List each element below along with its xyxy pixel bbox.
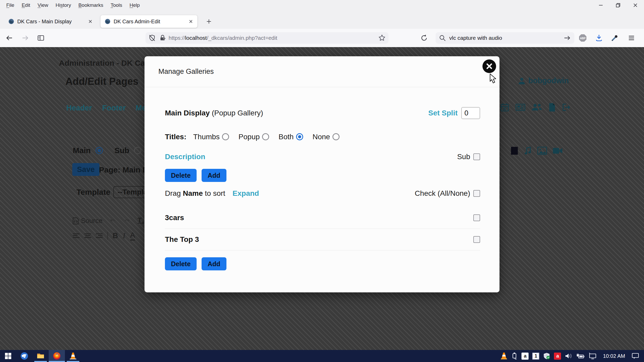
start-button[interactable] [0,350,16,362]
font-color-icon[interactable]: A [130,231,135,241]
radio-none[interactable] [332,133,340,140]
vlc-taskbar-icon[interactable] [65,350,81,362]
delete-button-top[interactable]: Delete [165,169,197,182]
radio-sub[interactable] [134,147,141,154]
redo-icon[interactable] [123,218,131,224]
description-link[interactable]: Description [165,153,205,161]
bookmark-star-icon[interactable] [378,34,386,42]
file-icon[interactable] [548,103,556,112]
gallery-name[interactable]: 3cars [165,214,184,222]
manage-galleries-dialog: Manage Galleries Main Display (Popup Gal… [145,56,499,292]
sign-out-icon[interactable] [562,103,572,112]
back-icon[interactable] [4,32,15,44]
align-left-icon[interactable] [73,232,80,239]
link-footer[interactable]: Footer [102,104,126,112]
music-icon[interactable] [524,146,532,155]
set-split-input[interactable] [461,107,480,119]
link-header[interactable]: Header [66,104,92,112]
tab-main-display[interactable]: DK Cars - Main Display [4,15,97,28]
thunderbird-taskbar-icon[interactable] [16,350,32,362]
tracking-protection-off-icon[interactable] [148,34,156,42]
add-button-bottom[interactable]: Add [202,257,226,270]
menu-help[interactable]: Help [126,1,143,10]
news-icon[interactable] [515,103,526,112]
gallery-checkbox[interactable] [473,236,480,243]
notification-center-icon[interactable] [631,352,639,360]
set-split-link[interactable]: Set Split [428,109,458,117]
search-go-icon[interactable] [563,34,571,42]
menu-view[interactable]: View [34,1,52,10]
eraser-extension-icon[interactable] [405,34,410,42]
sidebar-toggle-icon[interactable] [35,32,47,44]
downloads-icon[interactable] [593,32,605,44]
vlc-tray-icon[interactable] [501,352,507,360]
logged-in-user[interactable]: bobgodwin [518,76,569,85]
tab-admin-edit[interactable]: DK Cars Admin-Edit [101,15,197,28]
adblock-plus-icon[interactable]: ABP [577,32,589,44]
tab-close-icon[interactable] [188,19,193,24]
gallery-row-the-top-3[interactable]: The Top 3 [165,229,480,250]
file-explorer-taskbar-icon[interactable] [32,350,49,362]
eyedropper-icon[interactable] [609,32,620,44]
url-bar[interactable]: https://localhost/_dkcars/admin.php?act=… [146,32,388,44]
menu-bar: File Edit View History Bookmarks Tools H… [0,0,644,10]
align-center-icon[interactable] [84,232,91,239]
check-all-checkbox[interactable] [473,190,480,197]
new-tab-icon[interactable] [204,17,214,26]
calendar-icon[interactable] [500,103,509,112]
gallery-checkbox[interactable] [473,214,480,221]
a-tray-icon[interactable]: a [521,353,529,360]
dialog-title: Manage Galleries [158,68,214,76]
tab-close-icon[interactable] [88,19,93,24]
close-window-icon[interactable] [627,0,644,10]
expand-link[interactable]: Expand [232,189,259,197]
add-button-top[interactable]: Add [202,169,226,182]
bold-icon[interactable]: B [113,231,118,240]
radio-label-thumbs: Thumbs [193,133,220,141]
one-tray-icon[interactable]: 1 [532,353,539,360]
video-icon[interactable] [552,147,563,155]
tab-title: DK Cars - Main Display [17,19,85,25]
delete-button-bottom[interactable]: Delete [165,257,197,270]
sub-checkbox[interactable] [473,153,480,160]
undo-icon[interactable] [109,218,116,224]
radio-popup[interactable] [262,133,269,140]
firefox-taskbar-icon[interactable] [49,350,65,362]
radio-both[interactable] [296,133,303,140]
restore-icon[interactable] [609,0,627,10]
volume-icon[interactable] [565,352,573,360]
align-right-icon[interactable] [96,232,103,239]
defender-icon[interactable] [543,352,550,360]
remove-format-icon[interactable]: Tx [137,216,144,225]
source-button[interactable]: Source [73,217,102,225]
dialog-close-button[interactable] [482,59,496,73]
search-input[interactable] [449,35,563,41]
hamburger-menu-icon[interactable] [626,32,637,44]
flash-placeholder-icon[interactable] [510,146,518,155]
search-bar[interactable] [436,32,574,44]
clock[interactable]: 10:02 AM [603,353,625,359]
editor-toolbar-row1: Source Tx [73,216,144,225]
lock-warning-icon[interactable] [159,34,166,42]
radio-thumbs[interactable] [222,133,229,140]
gallery-row-3cars[interactable]: 3cars [165,207,480,229]
menu-history[interactable]: History [52,1,75,10]
forward-icon[interactable] [19,32,31,44]
gallery-name[interactable]: The Top 3 [165,235,199,244]
menu-bookmarks[interactable]: Bookmarks [75,1,107,10]
menu-tools[interactable]: Tools [107,1,126,10]
minimize-icon[interactable] [592,0,609,10]
save-button[interactable]: Save [72,163,99,176]
menu-file[interactable]: File [3,1,18,10]
image-icon[interactable] [537,147,547,155]
menu-edit[interactable]: Edit [18,1,34,10]
italic-icon[interactable]: I [123,231,125,240]
power-battery-icon[interactable] [576,353,585,359]
network-display-icon[interactable] [588,352,597,360]
users-icon[interactable] [531,103,542,112]
radio-main[interactable] [96,147,103,154]
amd-tray-icon[interactable]: a [554,353,561,360]
system-tray: a 1 a 10:02 AM [501,350,644,362]
usb-device-icon[interactable] [511,352,518,360]
reload-icon[interactable] [418,32,430,44]
